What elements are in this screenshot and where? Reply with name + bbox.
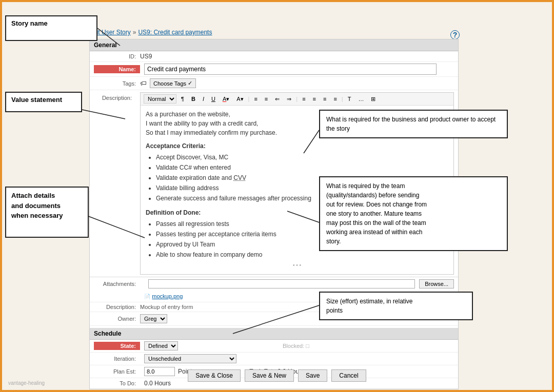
editor-toolbar: Normal ¶ B I U A▾ A▾ | ≡ ≡ ⇐ ⇒ | (141, 93, 453, 106)
name-row: Name: (90, 62, 458, 77)
acceptance-callout: What is required for the business and pr… (319, 110, 508, 138)
justify-icon[interactable]: ≡ (331, 95, 339, 103)
id-label: ID: (94, 53, 140, 59)
cancel-button[interactable]: Cancel (331, 369, 366, 382)
indent-more-icon[interactable]: ⇒ (284, 95, 294, 104)
acceptance-criteria-header: Acceptance Criteria: (146, 141, 448, 151)
size-callout: Size (effort) estimate, in relativepoint… (319, 292, 473, 320)
bottom-action-bar: Save & Close Save & New Save Cancel (2, 369, 552, 382)
save-button[interactable]: Save (298, 369, 327, 382)
acceptance-item-1: Accept Discover, Visa, MC (156, 153, 448, 162)
owner-label: Owner: (94, 316, 140, 322)
state-select[interactable]: Defined (144, 341, 178, 350)
attachment-file-link[interactable]: mockup.png (152, 293, 183, 299)
browse-button[interactable]: Browse... (419, 279, 454, 288)
breadcrumb-separator: » (133, 29, 136, 36)
breadcrumb-current[interactable]: US9: Credit card payments (138, 29, 212, 36)
choose-tags-label: Choose Tags (153, 80, 186, 87)
name-label: Name: (94, 65, 140, 73)
dod-callout: What is required by the team(quality/sta… (319, 176, 508, 251)
underline-icon[interactable]: U (209, 95, 218, 103)
attachment-input[interactable] (148, 279, 415, 288)
state-row: State: Defined Blocked: □ (90, 340, 458, 353)
owner-select[interactable]: Greg (140, 314, 167, 323)
ordered-list-icon[interactable]: ≡ (251, 95, 260, 103)
align-left-icon[interactable]: ≡ (300, 95, 308, 103)
tag-icon: 🏷 (140, 79, 147, 87)
bold-icon[interactable]: B (189, 95, 198, 103)
format-select[interactable]: Normal (144, 94, 176, 104)
font-color-icon[interactable]: A▾ (220, 95, 232, 104)
story-name-label: Story name (11, 19, 48, 27)
file-icon: 📄 (144, 294, 150, 299)
choose-tags-button[interactable]: Choose Tags ✓ (150, 78, 196, 88)
italic-icon[interactable]: I (200, 95, 207, 103)
attach-details-label: Attach detailsand documentswhen necessar… (11, 192, 63, 219)
story-name-annotation: Story name (5, 15, 97, 41)
general-section-header: General (90, 39, 458, 51)
size-callout-text: Size (effort) estimate, in relativepoint… (326, 298, 413, 314)
id-row: ID: US9 (90, 51, 458, 62)
table-icon[interactable]: ⊞ (368, 95, 378, 104)
iteration-label: Iteration: (94, 356, 140, 362)
tags-label: Tags: (94, 80, 140, 87)
help-icon[interactable]: ? (450, 30, 460, 39)
editor-dots: • • • (146, 260, 448, 270)
breadcrumb: Edit User Story » US9: Credit card payme… (89, 29, 212, 36)
save-new-button[interactable]: Save & New (245, 369, 294, 382)
dod-item-4: Able to show feature in company demo (156, 250, 448, 259)
attachment-desc-label: Description: (94, 304, 140, 310)
more-icon[interactable]: … (355, 95, 366, 103)
value-statement-annotation: Value statement (5, 92, 82, 112)
indent-less-icon[interactable]: ⇐ (272, 95, 282, 104)
paragraph-icon[interactable]: ¶ (179, 95, 187, 103)
tags-row: Tags: 🏷 Choose Tags ✓ (90, 77, 458, 90)
state-label: State: (94, 342, 140, 350)
dod-callout-text: What is required by the team(quality/sta… (326, 182, 427, 245)
value-statement-label: Value statement (11, 96, 62, 104)
attachments-row: Attachments: Browse... (90, 277, 458, 291)
attach-details-annotation: Attach detailsand documentswhen necessar… (5, 187, 89, 238)
iteration-row: Iteration: Unscheduled (90, 353, 458, 365)
schedule-section-header: Schedule (90, 328, 458, 340)
align-center-icon[interactable]: ≡ (310, 95, 319, 103)
name-input[interactable] (144, 64, 437, 75)
acceptance-item-2: Validate CC# when entered (156, 163, 448, 172)
align-right-icon[interactable]: ≡ (321, 95, 329, 103)
id-value: US9 (140, 53, 454, 60)
save-close-button[interactable]: Save & Close (188, 369, 241, 382)
tags-checkmark-icon: ✓ (188, 80, 192, 87)
bg-color-icon[interactable]: A▾ (234, 95, 246, 104)
attachments-label: Attachments: (94, 281, 140, 287)
iteration-select[interactable]: Unscheduled (144, 354, 236, 363)
state-extra: Blocked: □ (283, 343, 309, 349)
unordered-list-icon[interactable]: ≡ (262, 95, 270, 103)
acceptance-callout-text: What is required for the business and pr… (326, 116, 496, 132)
font-size-icon[interactable]: T (345, 95, 354, 103)
description-label: Description: (90, 92, 136, 101)
